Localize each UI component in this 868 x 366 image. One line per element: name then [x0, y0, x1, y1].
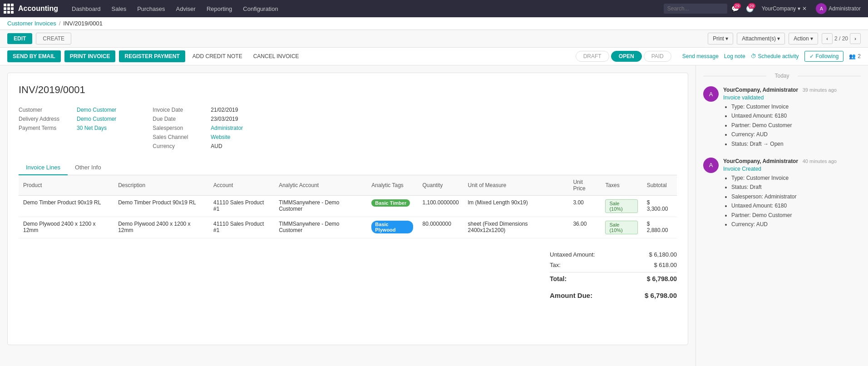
tab-invoice-lines[interactable]: Invoice Lines: [19, 160, 68, 175]
list-item: Currency: AUD: [731, 130, 861, 139]
chatter-avatar-2: A: [703, 158, 719, 173]
today-divider: Today: [703, 73, 861, 79]
attachments-dropdown[interactable]: Attachment(s) ▾: [737, 33, 785, 45]
record-pager: ‹ 2 / 20 ›: [822, 33, 861, 44]
col-taxes: Taxes: [601, 175, 642, 196]
row2-taxes: Sale (10%): [601, 217, 642, 238]
due-date-row: Due Date 23/03/2019: [153, 116, 243, 122]
nav-sales[interactable]: Sales: [107, 0, 131, 17]
main-layout: INV/2019/0001 Customer Demo Customer Del…: [0, 65, 868, 366]
status-paid[interactable]: PAID: [644, 51, 671, 62]
invoice-card: INV/2019/0001 Customer Demo Customer Del…: [7, 73, 688, 345]
salesperson-value[interactable]: Administrator: [211, 125, 243, 131]
print-dropdown[interactable]: Print ▾: [708, 33, 733, 45]
cancel-invoice-button[interactable]: CANCEL INVOICE: [250, 50, 303, 62]
pager-next[interactable]: ›: [850, 33, 861, 44]
activity-badge: 29: [748, 3, 755, 9]
invoice-panel: INV/2019/0001 Customer Demo Customer Del…: [0, 65, 695, 366]
company-selector[interactable]: YourCompany ▾ ✕: [758, 5, 811, 12]
nav-dashboard[interactable]: Dashboard: [67, 0, 105, 17]
pager-count: 2 / 20: [834, 35, 848, 42]
meta-left: Customer Demo Customer Delivery Address …: [19, 107, 116, 149]
list-item: Untaxed Amount: 6180: [731, 201, 861, 210]
action-dropdown[interactable]: Action ▾: [789, 33, 818, 45]
customer-value[interactable]: Demo Customer: [77, 107, 116, 113]
row1-uom: lm (Mixed Length 90x19): [464, 196, 569, 217]
add-credit-note-button[interactable]: ADD CREDIT NOTE: [189, 50, 246, 62]
edit-button[interactable]: EDIT: [7, 33, 32, 44]
schedule-activity-button[interactable]: ⏱ Schedule activity: [751, 53, 799, 59]
totals-section: Untaxed Amount: $ 6,180.00 Tax: $ 618.00…: [19, 249, 677, 301]
row2-subtotal: $ 2,880.00: [642, 217, 677, 238]
status-draft[interactable]: DRAFT: [576, 51, 609, 62]
status-steps: DRAFT OPEN PAID: [576, 51, 671, 62]
list-item: Status: Draft → Open: [731, 139, 861, 148]
chatter-panel: Today A YourCompany, Administrator 39 mi…: [695, 65, 868, 366]
tax-row: Tax: $ 618.00: [550, 260, 677, 270]
chatter-time-2: 40 minutes ago: [803, 158, 837, 164]
send-by-email-button[interactable]: SEND BY EMAIL: [7, 50, 61, 62]
table-row: Demo Timber Product 90x19 RL Demo Timber…: [19, 196, 677, 217]
pager-prev[interactable]: ‹: [822, 33, 833, 44]
create-button[interactable]: CREATE: [36, 33, 71, 45]
log-note-button[interactable]: Log note: [724, 53, 745, 59]
delivery-value[interactable]: Demo Customer: [77, 116, 116, 122]
nav-purchases[interactable]: Purchases: [133, 0, 169, 17]
due-date-value: 23/03/2019: [211, 116, 238, 122]
tax-value: $ 618.00: [654, 262, 677, 268]
tax-badge-2: Sale (10%): [605, 221, 637, 234]
chatter-action-2: Invoice Created: [723, 166, 861, 172]
chatter-time-1: 39 minutes ago: [803, 87, 837, 93]
tab-other-info[interactable]: Other Info: [68, 160, 108, 175]
nav-configuration[interactable]: Configuration: [238, 0, 282, 17]
discuss-icon[interactable]: 💬 29: [729, 2, 742, 15]
list-item: Partner: Demo Customer: [731, 121, 861, 130]
col-product: Product: [19, 175, 113, 196]
invoice-date-row: Invoice Date 21/02/2019: [153, 107, 243, 113]
row2-product: Demo Plywood 2400 x 1200 x 12mm: [19, 217, 113, 238]
nav-adviser[interactable]: Adviser: [172, 0, 200, 17]
app-title: Accounting: [18, 5, 58, 13]
col-account: Account: [209, 175, 274, 196]
breadcrumb-separator: /: [59, 20, 61, 27]
list-item: Currency: AUD: [731, 220, 861, 229]
payment-terms-value[interactable]: 30 Net Days: [77, 125, 107, 131]
register-payment-button[interactable]: REGISTER PAYMENT: [119, 50, 185, 62]
app-grid-icon[interactable]: [4, 4, 14, 14]
global-search-input[interactable]: [664, 4, 727, 14]
following-button[interactable]: ✓ Following: [804, 51, 844, 62]
list-item: Untaxed Amount: 6180: [731, 111, 861, 120]
col-uom: Unit of Measure: [464, 175, 569, 196]
user-menu[interactable]: A Administrator: [812, 3, 864, 14]
row1-account: 41110 Sales Product #1: [209, 196, 274, 217]
activity-icon[interactable]: 🕐 29: [744, 2, 756, 15]
nav-reporting[interactable]: Reporting: [202, 0, 237, 17]
print-invoice-button[interactable]: PRINT INVOICE: [64, 50, 116, 62]
discuss-badge: 29: [734, 3, 741, 9]
row1-description: Demo Timber Product 90x19 RL: [113, 196, 209, 217]
col-quantity: Quantity: [418, 175, 463, 196]
company-close-icon[interactable]: ✕: [802, 5, 807, 12]
row1-product: Demo Timber Product 90x19 RL: [19, 196, 113, 217]
chatter-avatar-1: A: [703, 86, 719, 102]
col-analytic-tags: Analytic Tags: [367, 175, 418, 196]
status-open[interactable]: OPEN: [611, 51, 642, 62]
row2-account: 41110 Sales Product #1: [209, 217, 274, 238]
action-toolbar: SEND BY EMAIL PRINT INVOICE REGISTER PAY…: [0, 48, 868, 65]
sales-channel-value[interactable]: Website: [211, 134, 230, 140]
row2-quantity: 80.0000000: [418, 217, 463, 238]
chatter-actions: Send message Log note ⏱ Schedule activit…: [682, 51, 861, 62]
breadcrumb-parent[interactable]: Customer Invoices: [7, 20, 56, 27]
total-row: Total: $ 6,798.00: [550, 272, 677, 284]
amount-due-label: Amount Due:: [550, 292, 592, 299]
chatter-list-1: Type: Customer Invoice Untaxed Amount: 6…: [723, 102, 861, 148]
delivery-label: Delivery Address: [19, 116, 73, 122]
followers-button[interactable]: 👥 2: [849, 53, 861, 59]
payment-terms-row: Payment Terms 30 Net Days: [19, 125, 116, 131]
row1-analytic-account: TIMMSanywhere - Demo Customer: [274, 196, 367, 217]
send-message-button[interactable]: Send message: [682, 53, 719, 59]
list-item: Status: Draft: [731, 183, 861, 192]
col-unit-price: Unit Price: [568, 175, 601, 196]
list-item: Type: Customer Invoice: [731, 173, 861, 183]
avatar: A: [816, 3, 827, 14]
